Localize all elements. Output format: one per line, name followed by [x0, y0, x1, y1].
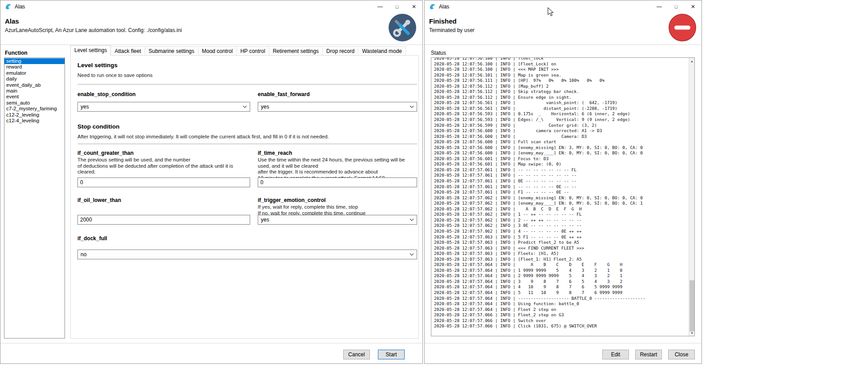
tab-panel: Level settings Need to run once to save …	[70, 55, 419, 339]
function-list-item[interactable]: c7-2_mystery_farming	[4, 106, 65, 112]
tab[interactable]: Submarine settings	[145, 46, 199, 56]
header-divider	[0, 44, 422, 45]
minimize-icon[interactable]: —	[651, 0, 668, 13]
footer-divider	[0, 343, 422, 343]
label-if-dock-full: if_dock_full	[77, 235, 417, 242]
restart-button[interactable]: Restart	[635, 350, 662, 359]
tab[interactable]: HP control	[237, 46, 269, 56]
log-line: 2020-05-28 12:07:57.062 | INFO | 2 -- ++…	[434, 218, 688, 223]
page-subtitle: AzurLaneAutoScript, An Azur Lane automat…	[5, 27, 182, 33]
log-line: 2020-05-28 12:07:56.100 | INFO | fleet_l…	[434, 58, 688, 61]
enable-fast-forward-dropdown[interactable]: yes	[258, 102, 417, 112]
titlebar[interactable]: Alas — □ ✕	[0, 0, 422, 13]
scroll-up-icon[interactable]: ▲	[689, 58, 695, 64]
chevron-down-icon	[243, 105, 247, 108]
log-line: 2020-05-28 12:07:56.600 | INFO | Full sc…	[434, 139, 688, 145]
alas-logo-icon	[4, 3, 12, 10]
log-line: 2020-05-28 12:07:57.063 | INFO | 5 F1 --…	[434, 234, 688, 240]
desc-if-trigger-emotion-control: If yes, wait for reply, complete this ti…	[258, 204, 417, 216]
log-line: 2020-05-28 12:07:56.600 | INFO | [enemy_…	[434, 145, 688, 151]
maximize-icon[interactable]: □	[668, 0, 685, 13]
log-line: 2020-05-28 12:07:57.064 | INFO | 5 11 10…	[434, 290, 688, 296]
tab[interactable]: Wasteland mode	[358, 46, 406, 56]
log-line: 2020-05-28 12:07:57.061 | INFO | F1 -- -…	[434, 190, 688, 195]
log-line: 2020-05-28 12:07:57.063 | INFO | <<< FIN…	[434, 246, 688, 251]
log-line: 2020-05-28 12:07:56.101 | INFO | Map is …	[434, 73, 688, 78]
minimize-icon[interactable]: —	[372, 0, 389, 13]
alas-config-window: Alas — □ ✕ Alas AzurLaneAutoScript, An A…	[0, 0, 423, 364]
header-divider	[425, 44, 702, 45]
tab[interactable]: Level settings	[70, 45, 111, 56]
section-desc: Need to run once to save options	[77, 73, 153, 79]
function-list-item[interactable]: event_daily_ab	[4, 82, 65, 88]
log-line: 2020-05-28 12:07:56.601 | INFO | Focus t…	[434, 156, 688, 162]
log-content[interactable]: 2020-05-28 12:07:56.100 | INFO | fleet_l…	[432, 58, 688, 335]
scroll-down-icon[interactable]: ▼	[689, 330, 695, 336]
log-line: 2020-05-28 12:07:57.064 | INFO | Using f…	[434, 301, 688, 307]
log-line: 2020-05-28 12:07:57.062 | INFO | 1 -- ++…	[434, 212, 688, 218]
function-list-item[interactable]: main	[4, 88, 65, 94]
cancel-button[interactable]: Cancel	[343, 350, 370, 359]
log-line: 2020-05-28 12:07:57.062 | INFO | A B C D…	[434, 206, 688, 212]
section-desc: After triggering, it will not stop immed…	[77, 134, 329, 140]
function-list[interactable]: settingrewardemulatordailyevent_daily_ab…	[4, 57, 65, 339]
if-time-reach-input[interactable]	[258, 177, 417, 187]
log-line: 2020-05-28 12:07:56.100 | INFO | <<< MAP…	[434, 67, 688, 73]
function-heading: Function	[5, 50, 28, 56]
function-list-item[interactable]: semi_auto	[4, 100, 65, 106]
desc-if-count-greater-than: The previous setting will be used, and t…	[77, 157, 250, 175]
log-line: 2020-05-28 12:07:57.064 | INFO | 2 9999 …	[434, 273, 688, 279]
function-list-item[interactable]: c12-2_leveling	[4, 112, 65, 118]
log-line: 2020-05-28 12:07:56.593 | INFO | 0.175s …	[434, 111, 688, 117]
log-line: 2020-05-28 12:07:57.063 | INFO | Fleets:…	[434, 251, 688, 257]
log-line: 2020-05-28 12:07:56.561 | INFO | distant…	[434, 106, 688, 112]
footer-divider	[425, 343, 702, 343]
label-enable-fast-forward: enable_fast_forward	[258, 91, 417, 97]
edit-button[interactable]: Edit	[602, 350, 629, 359]
status-title: Finished	[429, 17, 457, 25]
log-line: 2020-05-28 12:07:56.111 | INFO | [HP] 97…	[434, 78, 688, 84]
if-trigger-emotion-control-dropdown[interactable]: yes	[258, 215, 417, 225]
function-list-item[interactable]: emulator	[4, 70, 65, 76]
log-line: 2020-05-28 12:07:57.062 | INFO | [enemy_…	[434, 195, 688, 201]
maximize-icon[interactable]: □	[389, 0, 406, 13]
divider	[77, 144, 417, 144]
close-button[interactable]: Close	[668, 350, 695, 359]
log-line: 2020-05-28 12:07:57.061 | INFO | 0E -- -…	[434, 178, 688, 184]
page-title: Alas	[5, 17, 19, 25]
tab[interactable]: Attack fleet	[111, 46, 145, 56]
function-list-item[interactable]: reward	[4, 64, 65, 70]
label-if-count-greater-than: if_count_greater_than	[77, 150, 250, 156]
titlebar[interactable]: Alas — □ ✕	[425, 0, 702, 13]
function-list-item[interactable]: setting	[4, 58, 65, 64]
log-line: 2020-05-28 12:07:57.063 | INFO | [Fleet_…	[434, 257, 688, 262]
window-title: Alas	[439, 4, 449, 10]
enable-stop-condition-dropdown[interactable]: yes	[77, 102, 250, 112]
log-scrollbar[interactable]: ▲ ▼	[689, 58, 694, 336]
chevron-down-icon	[410, 218, 414, 221]
if-dock-full-dropdown[interactable]: no	[77, 250, 417, 259]
log-line: 2020-05-28 12:07:57.062 | INFO | [enemy_…	[434, 201, 688, 206]
log-line: 2020-05-28 12:07:57.064 | INFO | Fleet 2…	[434, 307, 688, 313]
if-oil-lower-than-input[interactable]	[77, 215, 250, 225]
label-if-oil-lower-than: if_oil_lower_than	[77, 197, 250, 203]
function-list-item[interactable]: event	[4, 94, 65, 100]
log-line: 2020-05-28 12:07:57.061 | INFO | -- -- -…	[434, 184, 688, 190]
status-label: Status	[431, 50, 446, 56]
log-line: 2020-05-28 12:07:56.112 | INFO | [Map_bu…	[434, 84, 688, 89]
chevron-down-icon	[410, 253, 414, 256]
divider	[77, 84, 417, 85]
tab[interactable]: Drop record	[323, 46, 358, 56]
close-icon[interactable]: ✕	[406, 0, 422, 13]
log-line: 2020-05-28 12:07:57.066 | INFO | Fleet_2…	[434, 312, 688, 318]
function-list-item[interactable]: daily	[4, 76, 65, 82]
start-button[interactable]: Start	[378, 350, 405, 359]
scrollbar-thumb[interactable]	[690, 280, 694, 331]
function-list-item[interactable]: c12-4_leveling	[4, 118, 65, 124]
tab[interactable]: Mood control	[199, 46, 237, 56]
close-icon[interactable]: ✕	[685, 0, 702, 13]
tab[interactable]: Retirement settings	[269, 46, 323, 56]
if-count-greater-than-input[interactable]	[77, 177, 250, 187]
mouse-cursor	[548, 7, 554, 16]
log-line: 2020-05-28 12:07:56.593 | INFO | Edges: …	[434, 117, 688, 123]
